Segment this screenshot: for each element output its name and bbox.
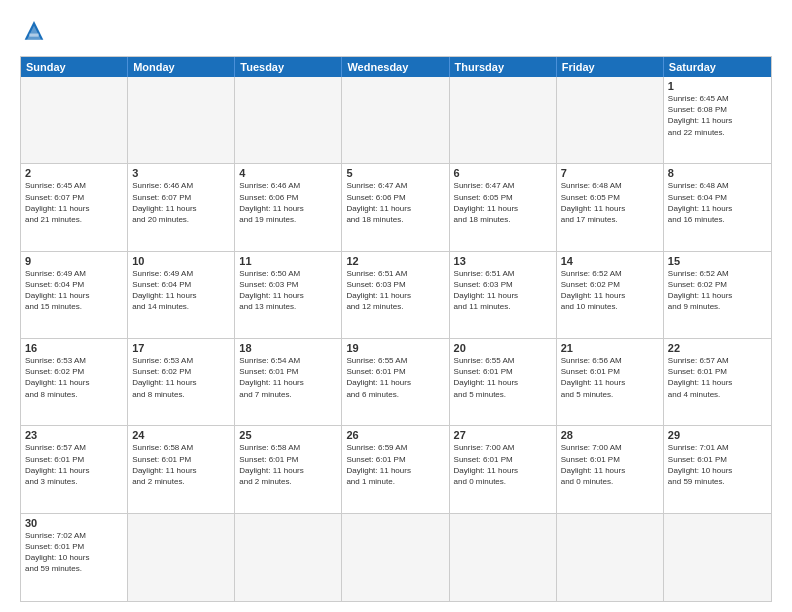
empty-cell [557, 77, 664, 164]
day-cell-24: 24Sunrise: 6:58 AM Sunset: 6:01 PM Dayli… [128, 426, 235, 513]
sun-info: Sunrise: 6:53 AM Sunset: 6:02 PM Dayligh… [132, 355, 230, 400]
calendar-body: 1Sunrise: 6:45 AM Sunset: 6:08 PM Daylig… [21, 77, 771, 601]
day-cell-26: 26Sunrise: 6:59 AM Sunset: 6:01 PM Dayli… [342, 426, 449, 513]
day-cell-23: 23Sunrise: 6:57 AM Sunset: 6:01 PM Dayli… [21, 426, 128, 513]
sun-info: Sunrise: 6:46 AM Sunset: 6:06 PM Dayligh… [239, 180, 337, 225]
sun-info: Sunrise: 6:57 AM Sunset: 6:01 PM Dayligh… [25, 442, 123, 487]
sun-info: Sunrise: 7:02 AM Sunset: 6:01 PM Dayligh… [25, 530, 123, 575]
day-number: 9 [25, 255, 123, 267]
sun-info: Sunrise: 6:46 AM Sunset: 6:07 PM Dayligh… [132, 180, 230, 225]
sun-info: Sunrise: 6:57 AM Sunset: 6:01 PM Dayligh… [668, 355, 767, 400]
day-number: 19 [346, 342, 444, 354]
day-number: 8 [668, 167, 767, 179]
day-cell-21: 21Sunrise: 6:56 AM Sunset: 6:01 PM Dayli… [557, 339, 664, 426]
empty-cell [450, 77, 557, 164]
day-header-saturday: Saturday [664, 57, 771, 77]
logo [20, 18, 52, 46]
day-number: 30 [25, 517, 123, 529]
day-number: 1 [668, 80, 767, 92]
day-cell-27: 27Sunrise: 7:00 AM Sunset: 6:01 PM Dayli… [450, 426, 557, 513]
day-number: 29 [668, 429, 767, 441]
empty-cell [342, 514, 449, 601]
day-cell-25: 25Sunrise: 6:58 AM Sunset: 6:01 PM Dayli… [235, 426, 342, 513]
empty-cell [450, 514, 557, 601]
day-number: 14 [561, 255, 659, 267]
sun-info: Sunrise: 6:55 AM Sunset: 6:01 PM Dayligh… [454, 355, 552, 400]
day-cell-29: 29Sunrise: 7:01 AM Sunset: 6:01 PM Dayli… [664, 426, 771, 513]
sun-info: Sunrise: 6:50 AM Sunset: 6:03 PM Dayligh… [239, 268, 337, 313]
day-header-monday: Monday [128, 57, 235, 77]
day-cell-5: 5Sunrise: 6:47 AM Sunset: 6:06 PM Daylig… [342, 164, 449, 251]
day-cell-17: 17Sunrise: 6:53 AM Sunset: 6:02 PM Dayli… [128, 339, 235, 426]
sun-info: Sunrise: 6:53 AM Sunset: 6:02 PM Dayligh… [25, 355, 123, 400]
day-number: 20 [454, 342, 552, 354]
sun-info: Sunrise: 6:45 AM Sunset: 6:08 PM Dayligh… [668, 93, 767, 138]
day-number: 3 [132, 167, 230, 179]
day-number: 7 [561, 167, 659, 179]
day-header-sunday: Sunday [21, 57, 128, 77]
sun-info: Sunrise: 6:59 AM Sunset: 6:01 PM Dayligh… [346, 442, 444, 487]
sun-info: Sunrise: 6:49 AM Sunset: 6:04 PM Dayligh… [25, 268, 123, 313]
sun-info: Sunrise: 7:00 AM Sunset: 6:01 PM Dayligh… [454, 442, 552, 487]
day-cell-3: 3Sunrise: 6:46 AM Sunset: 6:07 PM Daylig… [128, 164, 235, 251]
day-number: 22 [668, 342, 767, 354]
sun-info: Sunrise: 6:56 AM Sunset: 6:01 PM Dayligh… [561, 355, 659, 400]
page: SundayMondayTuesdayWednesdayThursdayFrid… [0, 0, 792, 612]
day-cell-30: 30Sunrise: 7:02 AM Sunset: 6:01 PM Dayli… [21, 514, 128, 601]
day-number: 25 [239, 429, 337, 441]
day-header-tuesday: Tuesday [235, 57, 342, 77]
empty-cell [664, 514, 771, 601]
sun-info: Sunrise: 6:51 AM Sunset: 6:03 PM Dayligh… [346, 268, 444, 313]
sun-info: Sunrise: 6:51 AM Sunset: 6:03 PM Dayligh… [454, 268, 552, 313]
logo-icon [20, 18, 48, 46]
sun-info: Sunrise: 6:49 AM Sunset: 6:04 PM Dayligh… [132, 268, 230, 313]
day-cell-15: 15Sunrise: 6:52 AM Sunset: 6:02 PM Dayli… [664, 252, 771, 339]
sun-info: Sunrise: 7:01 AM Sunset: 6:01 PM Dayligh… [668, 442, 767, 487]
day-cell-2: 2Sunrise: 6:45 AM Sunset: 6:07 PM Daylig… [21, 164, 128, 251]
day-cell-6: 6Sunrise: 6:47 AM Sunset: 6:05 PM Daylig… [450, 164, 557, 251]
day-number: 2 [25, 167, 123, 179]
day-cell-12: 12Sunrise: 6:51 AM Sunset: 6:03 PM Dayli… [342, 252, 449, 339]
sun-info: Sunrise: 6:58 AM Sunset: 6:01 PM Dayligh… [132, 442, 230, 487]
day-number: 12 [346, 255, 444, 267]
day-number: 21 [561, 342, 659, 354]
sun-info: Sunrise: 6:47 AM Sunset: 6:05 PM Dayligh… [454, 180, 552, 225]
day-number: 17 [132, 342, 230, 354]
day-cell-9: 9Sunrise: 6:49 AM Sunset: 6:04 PM Daylig… [21, 252, 128, 339]
day-number: 15 [668, 255, 767, 267]
day-number: 26 [346, 429, 444, 441]
day-cell-1: 1Sunrise: 6:45 AM Sunset: 6:08 PM Daylig… [664, 77, 771, 164]
empty-cell [128, 77, 235, 164]
empty-cell [557, 514, 664, 601]
day-cell-20: 20Sunrise: 6:55 AM Sunset: 6:01 PM Dayli… [450, 339, 557, 426]
empty-cell [128, 514, 235, 601]
day-number: 16 [25, 342, 123, 354]
day-number: 23 [25, 429, 123, 441]
day-number: 5 [346, 167, 444, 179]
day-number: 18 [239, 342, 337, 354]
day-cell-28: 28Sunrise: 7:00 AM Sunset: 6:01 PM Dayli… [557, 426, 664, 513]
calendar-header: SundayMondayTuesdayWednesdayThursdayFrid… [21, 57, 771, 77]
empty-cell [342, 77, 449, 164]
calendar: SundayMondayTuesdayWednesdayThursdayFrid… [20, 56, 772, 602]
sun-info: Sunrise: 6:52 AM Sunset: 6:02 PM Dayligh… [561, 268, 659, 313]
day-cell-8: 8Sunrise: 6:48 AM Sunset: 6:04 PM Daylig… [664, 164, 771, 251]
day-header-wednesday: Wednesday [342, 57, 449, 77]
header [20, 18, 772, 46]
day-number: 13 [454, 255, 552, 267]
day-header-thursday: Thursday [450, 57, 557, 77]
day-cell-11: 11Sunrise: 6:50 AM Sunset: 6:03 PM Dayli… [235, 252, 342, 339]
day-cell-14: 14Sunrise: 6:52 AM Sunset: 6:02 PM Dayli… [557, 252, 664, 339]
empty-cell [235, 77, 342, 164]
day-number: 11 [239, 255, 337, 267]
sun-info: Sunrise: 6:58 AM Sunset: 6:01 PM Dayligh… [239, 442, 337, 487]
empty-cell [21, 77, 128, 164]
day-number: 28 [561, 429, 659, 441]
sun-info: Sunrise: 6:48 AM Sunset: 6:05 PM Dayligh… [561, 180, 659, 225]
day-header-friday: Friday [557, 57, 664, 77]
day-number: 24 [132, 429, 230, 441]
sun-info: Sunrise: 6:52 AM Sunset: 6:02 PM Dayligh… [668, 268, 767, 313]
day-cell-13: 13Sunrise: 6:51 AM Sunset: 6:03 PM Dayli… [450, 252, 557, 339]
svg-rect-2 [29, 34, 38, 37]
sun-info: Sunrise: 6:54 AM Sunset: 6:01 PM Dayligh… [239, 355, 337, 400]
